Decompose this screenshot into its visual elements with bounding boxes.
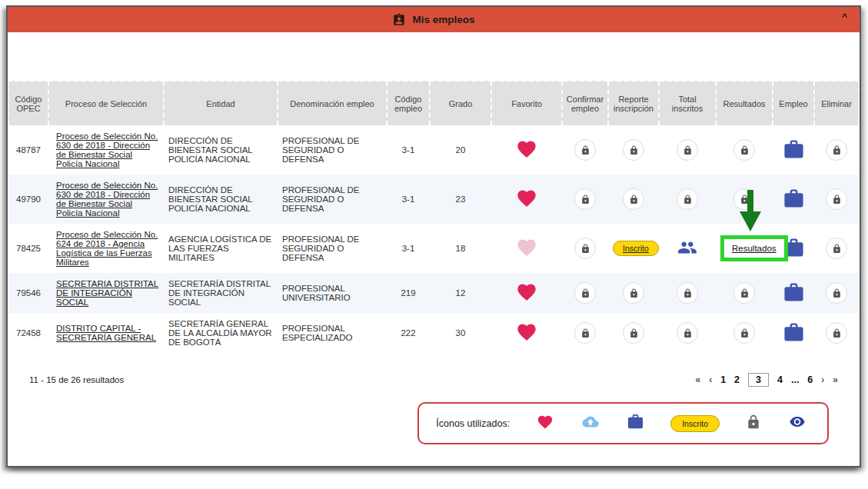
entidad-cell: AGENCIA LOGÍSTICA DE LAS FUERZAS MILITAR…: [164, 224, 278, 273]
col-header-eliminar: Eliminar: [814, 81, 859, 125]
lock-icon[interactable]: [677, 139, 698, 161]
lock-icon[interactable]: [574, 238, 596, 259]
table-row: 78425 Proceso de Selección No. 624 de 20…: [8, 224, 859, 273]
entidad-cell: DIRECCIÓN DE BIENESTAR SOCIAL POLICÍA NA…: [164, 125, 278, 175]
lock-icon[interactable]: [677, 282, 698, 304]
grado-cell: 30: [430, 313, 491, 353]
jobs-table: Código OPEC Proceso de Selección Entidad…: [8, 80, 860, 353]
panel-titlebar: Mis empleos ^: [8, 7, 860, 32]
lock-icon: [746, 414, 761, 433]
collapse-chevron-icon[interactable]: ^: [842, 12, 847, 22]
favorite-heart-icon[interactable]: [515, 188, 538, 209]
eye-icon: [787, 414, 807, 433]
briefcase-icon[interactable]: [783, 138, 805, 161]
id-badge-icon: [392, 13, 406, 27]
codigo-empleo-cell: 3-1: [387, 125, 430, 175]
grado-cell: 23: [430, 175, 491, 224]
favorite-heart-icon[interactable]: [515, 321, 538, 343]
next-page-button[interactable]: ›: [821, 374, 824, 385]
proceso-link[interactable]: Proceso de Selección No. 624 de 2018 - A…: [56, 230, 158, 267]
grado-cell: 18: [430, 224, 491, 273]
proceso-link[interactable]: DISTRITO CAPITAL - SECRETARÍA GENERAL: [56, 324, 156, 342]
table-row: 79546 SECRETARIA DISTRITAL DE INTEGRACIÓ…: [8, 273, 859, 313]
cloud-upload-icon: [580, 414, 600, 433]
col-header-reporte: Reporte inscripción: [608, 81, 659, 125]
codigo-empleo-cell: 219: [387, 273, 430, 313]
green-annotation-arrow-icon: [737, 190, 764, 233]
page-button-2[interactable]: 2: [734, 374, 740, 385]
lock-icon[interactable]: [677, 188, 698, 210]
briefcase-icon[interactable]: [783, 281, 805, 304]
opec-cell: 79546: [8, 273, 48, 313]
table-row: 48787 Proceso de Selección No. 630 de 20…: [8, 125, 859, 175]
page-button-4[interactable]: 4: [777, 374, 783, 385]
proceso-link[interactable]: SECRETARIA DISTRITAL DE INTEGRACIÓN SOCI…: [56, 279, 158, 307]
table-row: 49790 Proceso de Selección No. 630 de 20…: [8, 175, 859, 224]
favorite-heart-icon-unselected[interactable]: [515, 237, 538, 258]
proceso-link[interactable]: Proceso de Selección No. 630 de 2018 - D…: [56, 181, 158, 218]
resultados-link[interactable]: Resultados: [732, 244, 777, 253]
col-header-opec: Código OPEC: [8, 81, 48, 125]
col-header-entidad: Entidad: [164, 81, 278, 125]
grado-cell: 20: [430, 125, 491, 175]
favorite-heart-icon[interactable]: [515, 281, 538, 303]
lock-icon[interactable]: [733, 322, 755, 344]
total-inscritos-people-icon[interactable]: [676, 238, 699, 258]
last-page-button[interactable]: »: [833, 374, 838, 385]
lock-icon[interactable]: [623, 282, 644, 304]
page-button-3-current[interactable]: 3: [748, 373, 769, 387]
pagination-bar: 11 - 15 de 26 resultados « ‹ 1 2 3 4 ...…: [8, 373, 860, 387]
col-header-empleo: Empleo: [773, 81, 814, 125]
page-button-6[interactable]: 6: [807, 374, 813, 385]
page-button-1[interactable]: 1: [720, 374, 726, 385]
prev-page-button[interactable]: ‹: [709, 374, 712, 385]
col-header-total-inscritos: Total inscritos: [659, 81, 716, 125]
results-summary: 11 - 15 de 26 resultados: [29, 375, 124, 384]
lock-icon[interactable]: [574, 322, 596, 344]
entidad-cell: SECRETARÍA DISTRITAL DE INTEGRACIÓN SOCI…: [164, 273, 278, 313]
denominacion-cell: PROFESIONAL ESPECIALIZADO: [278, 313, 387, 353]
opec-cell: 78425: [8, 224, 48, 273]
col-header-confirmar: Confirmar empleo: [562, 81, 608, 125]
denominacion-cell: PROFESIONAL DE SEGURIDAD O DEFENSA: [278, 224, 387, 273]
codigo-empleo-cell: 222: [387, 313, 430, 353]
lock-icon[interactable]: [826, 282, 847, 304]
pager: « ‹ 1 2 3 4 ... 6 › »: [695, 373, 838, 387]
table-row: 72458 DISTRITO CAPITAL - SECRETARÍA GENE…: [8, 313, 859, 353]
lock-icon[interactable]: [574, 188, 596, 210]
denominacion-cell: PROFESIONAL UNIVERSITARIO: [278, 273, 387, 313]
proceso-link[interactable]: Proceso de Selección No. 630 de 2018 - D…: [56, 131, 158, 168]
col-header-proceso: Proceso de Selección: [48, 81, 164, 125]
col-header-favorito: Favorito: [491, 81, 562, 125]
lock-icon[interactable]: [826, 188, 847, 210]
lock-icon[interactable]: [574, 139, 596, 161]
inscrito-badge[interactable]: Inscrito: [613, 241, 659, 256]
lock-icon[interactable]: [826, 322, 847, 344]
lock-icon[interactable]: [623, 322, 644, 344]
favorite-heart-icon[interactable]: [515, 138, 538, 160]
codigo-empleo-cell: 3-1: [387, 224, 430, 273]
briefcase-icon[interactable]: [783, 188, 805, 210]
opec-cell: 72458: [8, 313, 48, 353]
opec-cell: 49790: [8, 175, 48, 224]
lock-icon[interactable]: [826, 238, 847, 259]
entidad-cell: SECRETARÍA GENERAL DE LA ALCALDÍA MAYOR …: [164, 313, 278, 353]
codigo-empleo-cell: 3-1: [387, 175, 430, 224]
lock-icon[interactable]: [826, 139, 847, 161]
col-header-denominacion: Denominación empleo: [278, 81, 387, 125]
lock-icon[interactable]: [677, 322, 698, 344]
lock-icon[interactable]: [733, 282, 755, 304]
lock-icon[interactable]: [733, 139, 755, 161]
entidad-cell: DIRECCIÓN DE BIENESTAR SOCIAL POLICÍA NA…: [164, 175, 278, 224]
lock-icon[interactable]: [574, 282, 596, 304]
resultados-highlight: Resultados: [720, 235, 788, 261]
inscrito-badge: Inscrito: [670, 415, 720, 432]
briefcase-icon[interactable]: [783, 321, 805, 344]
green-annotation-box: Resultados: [720, 235, 788, 261]
grado-cell: 12: [430, 273, 491, 313]
first-page-button[interactable]: «: [695, 374, 700, 385]
heart-icon: [536, 414, 554, 434]
lock-icon[interactable]: [623, 139, 644, 161]
opec-cell: 48787: [8, 125, 48, 175]
lock-icon[interactable]: [623, 188, 644, 210]
